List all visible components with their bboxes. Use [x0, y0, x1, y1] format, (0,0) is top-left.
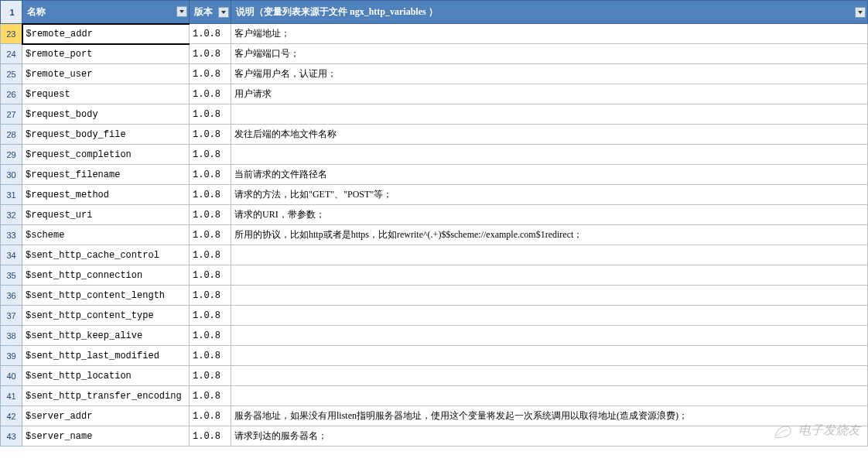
cell-name[interactable]: $request_uri [22, 205, 190, 225]
row-number[interactable]: 31 [1, 185, 22, 205]
row-number[interactable]: 40 [1, 366, 22, 386]
col-header-name[interactable]: 名称 [22, 1, 190, 24]
table-row[interactable]: 25$remote_user1.0.8客户端用户名，认证用； [1, 64, 868, 84]
cell-version[interactable]: 1.0.8 [190, 326, 231, 346]
row-number[interactable]: 30 [1, 165, 22, 185]
cell-name[interactable]: $sent_http_last_modified [22, 346, 190, 366]
cell-desc[interactable] [231, 104, 868, 125]
cell-version[interactable]: 1.0.8 [190, 64, 231, 84]
cell-version[interactable]: 1.0.8 [190, 125, 231, 145]
row-number[interactable]: 38 [1, 326, 22, 346]
row-number[interactable]: 33 [1, 225, 22, 245]
cell-desc[interactable]: 客户端用户名，认证用； [231, 64, 868, 84]
table-row[interactable]: 33$scheme1.0.8所用的协议，比如http或者是https，比如rew… [1, 225, 868, 245]
cell-version[interactable]: 1.0.8 [190, 286, 231, 306]
table-row[interactable]: 41$sent_http_transfer_encoding1.0.8 [1, 386, 868, 406]
row-number[interactable]: 39 [1, 346, 22, 366]
cell-version[interactable]: 1.0.8 [190, 225, 231, 245]
row-number[interactable]: 35 [1, 265, 22, 286]
cell-version[interactable]: 1.0.8 [190, 205, 231, 225]
cell-name[interactable]: $sent_http_content_length [22, 286, 190, 306]
table-row[interactable]: 30$request_filename1.0.8当前请求的文件路径名 [1, 165, 868, 185]
table-row[interactable]: 28$request_body_file1.0.8发往后端的本地文件名称 [1, 125, 868, 145]
row-number[interactable]: 42 [1, 406, 22, 426]
row-number[interactable]: 25 [1, 64, 22, 84]
col-header-desc[interactable]: 说明（变量列表来源于文件 ngx_http_variables ） [231, 1, 868, 24]
row-number[interactable]: 43 [1, 426, 22, 447]
table-row[interactable]: 26$request1.0.8用户请求 [1, 84, 868, 104]
cell-version[interactable]: 1.0.8 [190, 366, 231, 386]
table-row[interactable]: 36$sent_http_content_length1.0.8 [1, 286, 868, 306]
filter-icon[interactable] [855, 7, 866, 18]
cell-name[interactable]: $sent_http_keep_alive [22, 326, 190, 346]
row-number[interactable]: 41 [1, 386, 22, 406]
cell-desc[interactable] [231, 245, 868, 265]
cell-desc[interactable]: 服务器地址，如果没有用listen指明服务器地址，使用这个变量将发起一次系统调用… [231, 406, 868, 426]
row-number[interactable]: 34 [1, 245, 22, 265]
table-row[interactable]: 43$server_name1.0.8请求到达的服务器名； [1, 426, 868, 447]
cell-desc[interactable]: 客户端地址； [231, 24, 868, 44]
cell-desc[interactable] [231, 326, 868, 346]
cell-version[interactable]: 1.0.8 [190, 265, 231, 286]
cell-desc[interactable] [231, 145, 868, 165]
cell-desc[interactable]: 发往后端的本地文件名称 [231, 125, 868, 145]
row-number[interactable]: 37 [1, 306, 22, 326]
cell-version[interactable]: 1.0.8 [190, 165, 231, 185]
cell-name[interactable]: $sent_http_location [22, 366, 190, 386]
cell-version[interactable]: 1.0.8 [190, 44, 231, 64]
cell-version[interactable]: 1.0.8 [190, 386, 231, 406]
cell-version[interactable]: 1.0.8 [190, 245, 231, 265]
cell-desc[interactable] [231, 265, 868, 286]
table-row[interactable]: 42$server_addr1.0.8服务器地址，如果没有用listen指明服务… [1, 406, 868, 426]
cell-version[interactable]: 1.0.8 [190, 185, 231, 205]
cell-version[interactable]: 1.0.8 [190, 346, 231, 366]
col-header-version[interactable]: 版本 [190, 1, 231, 24]
cell-name[interactable]: $request [22, 84, 190, 104]
cell-desc[interactable] [231, 386, 868, 406]
cell-version[interactable]: 1.0.8 [190, 24, 231, 44]
table-row[interactable]: 34$sent_http_cache_control1.0.8 [1, 245, 868, 265]
row-number[interactable]: 27 [1, 104, 22, 125]
cell-desc[interactable] [231, 366, 868, 386]
row-number[interactable]: 36 [1, 286, 22, 306]
cell-name[interactable]: $sent_http_connection [22, 265, 190, 286]
cell-name[interactable]: $scheme [22, 225, 190, 245]
cell-desc[interactable] [231, 306, 868, 326]
table-row[interactable]: 35$sent_http_connection1.0.8 [1, 265, 868, 286]
row-number[interactable]: 24 [1, 44, 22, 64]
cell-version[interactable]: 1.0.8 [190, 426, 231, 447]
cell-version[interactable]: 1.0.8 [190, 145, 231, 165]
cell-name[interactable]: $remote_addr [22, 24, 190, 44]
cell-name[interactable]: $request_filename [22, 165, 190, 185]
row-number[interactable]: 29 [1, 145, 22, 165]
table-row[interactable]: 38$sent_http_keep_alive1.0.8 [1, 326, 868, 346]
row-header-top[interactable]: 1 [1, 1, 22, 24]
table-row[interactable]: 32$request_uri1.0.8请求的URI，带参数； [1, 205, 868, 225]
cell-name[interactable]: $server_addr [22, 406, 190, 426]
cell-desc[interactable]: 用户请求 [231, 84, 868, 104]
cell-desc[interactable] [231, 346, 868, 366]
cell-desc[interactable]: 请求的URI，带参数； [231, 205, 868, 225]
cell-name[interactable]: $sent_http_cache_control [22, 245, 190, 265]
cell-version[interactable]: 1.0.8 [190, 406, 231, 426]
cell-desc[interactable]: 请求到达的服务器名； [231, 426, 868, 447]
cell-version[interactable]: 1.0.8 [190, 104, 231, 125]
cell-name[interactable]: $server_name [22, 426, 190, 447]
row-number[interactable]: 28 [1, 125, 22, 145]
filter-icon[interactable] [176, 6, 187, 17]
table-row[interactable]: 24$remote_port1.0.8客户端端口号； [1, 44, 868, 64]
row-number[interactable]: 23 [1, 24, 22, 44]
cell-name[interactable]: $sent_http_content_type [22, 306, 190, 326]
table-row[interactable]: 23$remote_addr1.0.8客户端地址； [1, 24, 868, 44]
cell-name[interactable]: $request_body [22, 104, 190, 125]
row-number[interactable]: 26 [1, 84, 22, 104]
cell-version[interactable]: 1.0.8 [190, 306, 231, 326]
table-row[interactable]: 37$sent_http_content_type1.0.8 [1, 306, 868, 326]
table-row[interactable]: 39$sent_http_last_modified1.0.8 [1, 346, 868, 366]
cell-name[interactable]: $request_completion [22, 145, 190, 165]
table-row[interactable]: 27$request_body1.0.8 [1, 104, 868, 125]
cell-name[interactable]: $request_body_file [22, 125, 190, 145]
row-number[interactable]: 32 [1, 205, 22, 225]
table-row[interactable]: 31$request_method1.0.8请求的方法，比如"GET"、"POS… [1, 185, 868, 205]
cell-desc[interactable]: 当前请求的文件路径名 [231, 165, 868, 185]
